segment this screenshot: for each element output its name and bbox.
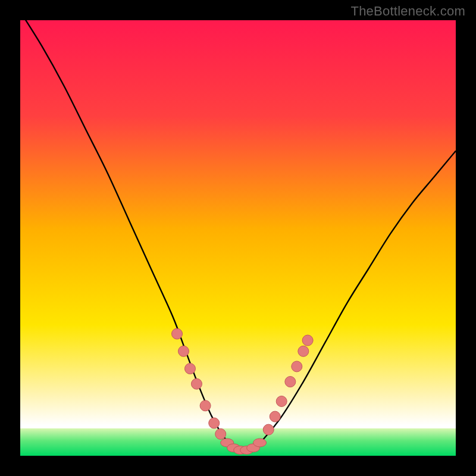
- bottleneck-chart: TheBottleneck.com: [0, 0, 476, 476]
- marker-left: [209, 418, 220, 428]
- marker-right: [276, 396, 287, 407]
- marker-left: [184, 364, 195, 374]
- marker-right: [298, 346, 309, 356]
- marker-right: [270, 411, 280, 422]
- marker-right: [302, 335, 313, 346]
- marker-left: [200, 400, 211, 411]
- marker-right: [285, 377, 296, 387]
- marker-left: [172, 328, 183, 339]
- marker-left: [178, 346, 189, 356]
- marker-right: [263, 424, 274, 435]
- plot-gradient-background: [20, 20, 456, 456]
- marker-left: [215, 428, 226, 439]
- marker-left: [191, 378, 202, 389]
- marker-bottom: [253, 439, 267, 447]
- chart-canvas: [0, 0, 476, 476]
- marker-right: [292, 361, 302, 372]
- watermark-text: TheBottleneck.com: [350, 4, 465, 19]
